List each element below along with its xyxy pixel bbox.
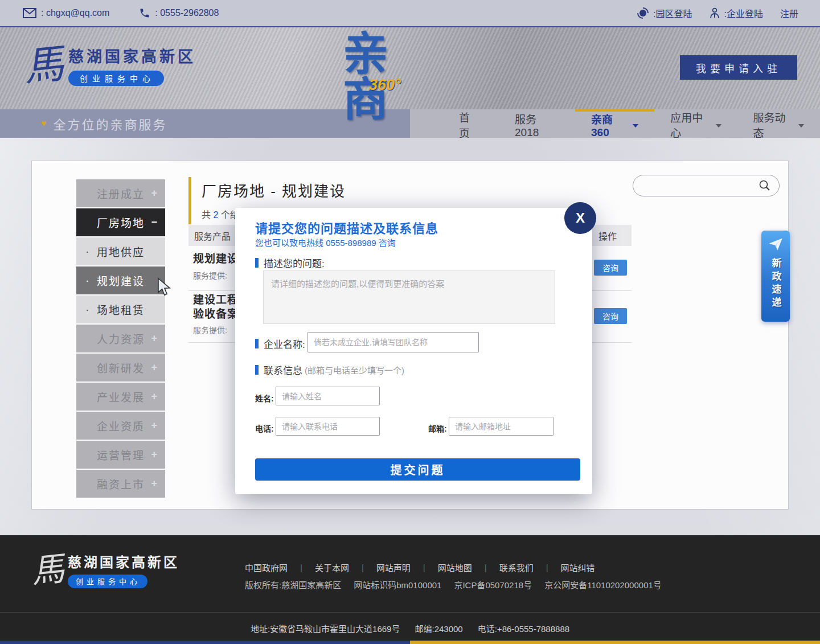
bullet-icon: · (85, 274, 91, 287)
close-icon: X (576, 210, 585, 226)
topbar: : chgxq@qq.com : 0555-2962808 :园区登陆 :企业登… (0, 0, 820, 27)
search-box (633, 175, 780, 196)
company-login-link[interactable]: :企业登陆 (710, 6, 763, 20)
phone-icon (139, 7, 150, 19)
company-name-input[interactable] (308, 332, 479, 352)
bullet-icon: · (85, 303, 91, 316)
footer-links: 中国政府网 | 关于本网 | 网站声明 | 网站地图 | 联系我们 | 网站纠错 (245, 561, 595, 573)
sidebar-item-financing[interactable]: 融资上市+ (76, 470, 165, 498)
mail-icon (23, 8, 36, 18)
footer-link[interactable]: 网站纠错 (561, 561, 595, 573)
question-textarea[interactable] (263, 270, 555, 324)
sidebar-item-hr[interactable]: 人力资源+ (76, 325, 165, 352)
nav-home[interactable]: 首 页 (443, 109, 499, 138)
contact-phone: : 0555-2962808 (139, 7, 219, 19)
service-row-provider: 服务提供: (193, 269, 227, 281)
address-line: 地址:安徽省马鞍山市霍里山大道1669号 邮编:243000 电话:+86-05… (0, 622, 820, 634)
heart-icon: ♥ (41, 118, 47, 129)
link-separator: | (485, 563, 487, 572)
sidebar-item-qualification[interactable]: 企业资质+ (76, 412, 165, 440)
site-logo[interactable]: 馬 慈湖国家高新区 创业服务中心 (24, 44, 196, 86)
submit-question-button[interactable]: 提交问题 (255, 458, 580, 481)
sidebar-item-site-leasing[interactable]: ·场地租赁 (76, 296, 165, 323)
link-separator: | (300, 563, 302, 572)
strip-gold (410, 641, 820, 644)
sidebar-item-factory-site[interactable]: 厂房场地− (76, 208, 165, 236)
col-action: 操作 (598, 229, 617, 243)
slogan-text: 全方位的亲商服务 (54, 114, 167, 133)
plus-icon: + (151, 449, 158, 461)
link-separator: | (423, 563, 425, 572)
name-input[interactable] (276, 387, 380, 405)
email-input[interactable] (449, 417, 554, 436)
park-login-link[interactable]: :园区登陆 (637, 6, 692, 20)
main-nav: 首 页 服务2018 亲商360 应用中心 服务动态 (443, 109, 820, 138)
slogan: ♥ 全方位的亲商服务 (41, 109, 167, 138)
service-row-name: 验收备案 (193, 305, 239, 321)
footer-link[interactable]: 网站声明 (376, 561, 411, 573)
plus-icon: + (151, 187, 158, 199)
close-button[interactable]: X (564, 202, 596, 234)
footer-link[interactable]: 联系我们 (499, 561, 534, 573)
service-row-name: 建设工程 (193, 291, 239, 306)
contact-hint: (邮箱与电话至少填写一个) (305, 364, 404, 376)
nav-service2018[interactable]: 服务2018 (499, 109, 575, 138)
footer-link[interactable]: 关于本网 (315, 561, 349, 573)
footer-accent-strip (0, 641, 820, 644)
modal-hotline: 您也可以致电热线 0555-898989 咨询 (255, 236, 396, 248)
nav-service-news[interactable]: 服务动态 (737, 109, 820, 138)
logo-calligraphy: 馬 (22, 43, 66, 87)
question-modal: X 请提交您的问题描述及联系信息 您也可以致电热线 0555-898989 咨询… (235, 208, 592, 494)
consult-button[interactable]: 咨询 (594, 260, 627, 276)
footer-divider (0, 612, 820, 613)
modal-title: 请提交您的问题描述及联系信息 (255, 218, 438, 236)
footer-logo-title: 慈湖国家高新区 (68, 551, 179, 571)
policy-express-widget[interactable]: 新政速递 (761, 231, 790, 322)
consult-button[interactable]: 咨询 (594, 308, 627, 324)
logo-calligraphy: 馬 (30, 552, 66, 588)
plus-icon: + (151, 362, 158, 374)
phone-label: 电话: (255, 423, 274, 434)
plus-icon: + (151, 391, 158, 403)
service-row-name: 规划建设 (193, 250, 239, 265)
footer-link[interactable]: 中国政府网 (245, 561, 288, 573)
chevron-down-icon (633, 124, 638, 128)
nav-qinshang360[interactable]: 亲商360 (575, 109, 654, 138)
company-label-row: 企业名称: (255, 337, 305, 351)
paper-plane-icon (767, 236, 784, 255)
bullet-icon: · (85, 245, 91, 258)
footer-link[interactable]: 网站地图 (438, 561, 472, 573)
sidebar-item-industry[interactable]: 产业发展+ (76, 383, 165, 411)
email-label: 邮箱: (428, 423, 447, 434)
sidebar-item-planning-construction[interactable]: ·规划建设 (76, 266, 165, 294)
search-input[interactable] (642, 181, 758, 191)
sidebar-item-land-supply[interactable]: ·用地供应 (76, 237, 165, 265)
strip-blue (0, 641, 410, 644)
footer-logo: 馬 慈湖国家高新区 创业服务中心 (31, 551, 179, 588)
section-marker (255, 339, 259, 348)
footer: 馬 慈湖国家高新区 创业服务中心 中国政府网 | 关于本网 | 网站声明 | 网… (0, 535, 820, 644)
phone-input[interactable] (276, 417, 380, 436)
section-marker (255, 258, 259, 268)
register-link[interactable]: 注册 (780, 6, 798, 20)
service-row-provider: 服务提供: (193, 324, 227, 335)
email-text: : chgxq@qq.com (41, 8, 109, 18)
plus-icon: + (151, 333, 158, 344)
link-separator: | (546, 563, 548, 572)
globe-icon (637, 7, 649, 19)
nav-app-center[interactable]: 应用中心 (654, 109, 737, 138)
question-label-row: 描述您的问题: (255, 256, 325, 270)
search-icon[interactable] (758, 179, 771, 192)
sidebar-item-innovation[interactable]: 创新研发+ (76, 354, 165, 382)
sidebar-menu: 注册成立+ 厂房场地− ·用地供应 ·规划建设 ·场地租赁 人力资源+ 创新研发… (76, 179, 165, 498)
apply-entry-button[interactable]: 我要申请入驻 (680, 55, 797, 80)
logo-title: 慈湖国家高新区 (68, 44, 196, 67)
sidebar-item-operation[interactable]: 运营管理+ (76, 441, 165, 469)
plus-icon: + (151, 420, 158, 432)
widget-text: 新政速递 (769, 258, 783, 310)
link-separator: | (362, 563, 364, 572)
col-service-product: 服务产品 (194, 229, 231, 243)
name-label: 姓名: (255, 392, 274, 404)
sidebar-item-register[interactable]: 注册成立+ (76, 179, 165, 207)
contact-email: : chgxq@qq.com (23, 8, 109, 18)
